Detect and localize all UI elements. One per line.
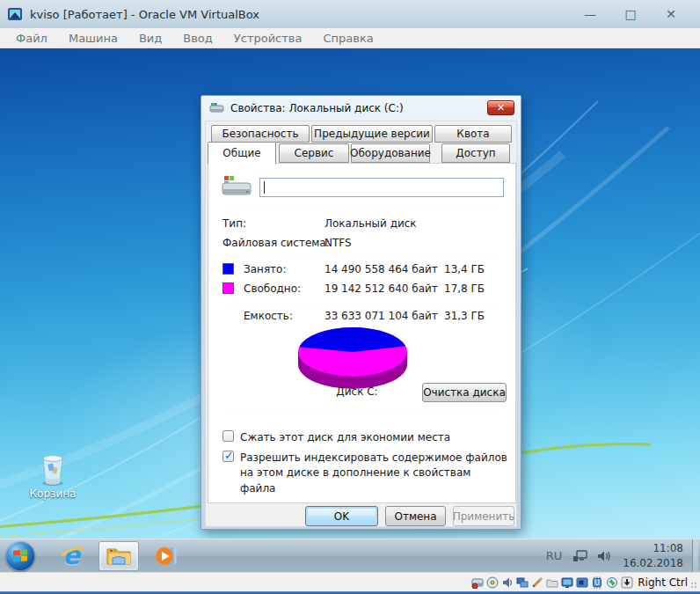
system-tray: RU 11:08 16.0: [546, 539, 700, 572]
used-color-swatch: [222, 263, 234, 275]
window-titlebar[interactable]: kviso [Работает] - Oracle VM VirtualBox …: [0, 0, 700, 28]
clock-time: 11:08: [623, 541, 683, 555]
close-icon[interactable]: ✕: [651, 0, 691, 28]
virtualbox-logo-icon: [7, 7, 23, 21]
tray-clock[interactable]: 11:08 16.02.2018: [623, 541, 683, 569]
used-label: Занято:: [244, 263, 287, 275]
type-value: Локальный диск: [324, 217, 417, 230]
menu-machine[interactable]: Машина: [58, 32, 128, 45]
dialog-close-icon[interactable]: ✕: [487, 100, 514, 115]
compress-disk-checkbox[interactable]: Сжать этот диск для экономии места: [222, 430, 450, 445]
dialog-titlebar[interactable]: Свойства: Локальный диск (C:): [201, 96, 521, 120]
start-button[interactable]: [5, 541, 35, 571]
show-desktop-button[interactable]: [692, 539, 698, 572]
text-caret: [264, 181, 265, 194]
optical-drives-icon[interactable]: [486, 576, 499, 589]
drive-small-icon: [209, 102, 224, 114]
disk-properties-dialog: Свойства: Локальный диск (C:) ✕ Безопасн…: [201, 95, 521, 530]
network-icon[interactable]: [572, 549, 588, 563]
cancel-button[interactable]: Отмена: [385, 506, 446, 526]
menu-input[interactable]: Ввод: [172, 32, 223, 45]
minimize-icon[interactable]: —: [570, 0, 610, 28]
separator: [221, 256, 505, 257]
filesystem-label: Файловая система:: [222, 237, 330, 249]
tab-tools[interactable]: Сервис: [279, 143, 349, 163]
tab-security[interactable]: Безопасность: [211, 125, 310, 143]
apply-button[interactable]: Применить: [453, 506, 514, 526]
menu-file[interactable]: Файл: [5, 32, 58, 45]
drive-icon: [221, 174, 252, 201]
taskbar-internet-explorer[interactable]: e: [51, 541, 91, 571]
tab-previous-versions[interactable]: Предыдущие версии: [311, 125, 433, 143]
host-key-label: Right Ctrl: [638, 576, 688, 589]
vbox-statusbar: U Right Ctrl: [0, 572, 700, 591]
display-icon[interactable]: [561, 576, 573, 589]
svg-text:U: U: [594, 579, 600, 587]
tab-general[interactable]: Общие: [208, 142, 276, 164]
filesystem-value: NTFS: [324, 237, 352, 249]
tab-hardware[interactable]: Оборудование: [351, 143, 430, 163]
used-size: 13,4 ГБ: [444, 263, 485, 275]
checkbox-box[interactable]: [222, 430, 234, 442]
usb-icon[interactable]: [531, 576, 543, 589]
separator: [221, 208, 505, 209]
checkbox-box[interactable]: [222, 451, 234, 462]
taskbar: e RU: [0, 539, 700, 572]
free-size: 17,8 ГБ: [444, 282, 485, 295]
media-player-icon: [154, 544, 179, 568]
capacity-size: 31,3 ГБ: [444, 310, 485, 322]
type-label: Тип:: [222, 217, 246, 230]
mouse-integration-icon[interactable]: [606, 576, 618, 589]
used-bytes: 14 490 558 464 байт: [324, 263, 438, 275]
free-label: Свободно:: [244, 282, 301, 295]
windows-flag-icon: [13, 549, 27, 561]
volume-icon[interactable]: [597, 549, 612, 563]
keyboard-capture-icon[interactable]: [621, 576, 633, 589]
disk-cleanup-button[interactable]: Очистка диска: [422, 383, 507, 402]
free-color-swatch: [222, 282, 234, 294]
tab-quota[interactable]: Квота: [434, 125, 512, 143]
audio-icon[interactable]: [501, 576, 514, 589]
disk-usage-pie-chart: [282, 320, 432, 391]
tab-sharing[interactable]: Доступ: [441, 143, 510, 163]
recycle-bin[interactable]: Корзина: [19, 451, 86, 500]
features-icon[interactable]: U: [591, 576, 603, 589]
index-contents-label: Разрешить индексировать содержимое файло…: [240, 451, 508, 496]
pie-chart-caption: Диск C:: [282, 385, 432, 398]
ok-button[interactable]: OK: [305, 506, 378, 526]
free-bytes: 19 142 512 640 байт: [324, 282, 438, 295]
vm-screen: Корзина Свойства: Локальный диск (C:) ✕: [0, 48, 700, 572]
network-icon[interactable]: [516, 576, 529, 589]
windows-desktop[interactable]: Корзина Свойства: Локальный диск (C:) ✕: [0, 48, 700, 539]
internet-explorer-icon: e: [62, 543, 80, 568]
maximize-icon[interactable]: □: [610, 0, 651, 28]
dialog-body: Безопасность Предыдущие версии Квота Общ…: [205, 121, 517, 527]
window-title: kviso [Работает] - Oracle VM VirtualBox: [30, 8, 259, 21]
resize-grip[interactable]: [691, 583, 698, 590]
separator: [221, 303, 505, 304]
menu-help[interactable]: Справка: [312, 32, 383, 45]
compress-disk-label: Сжать этот диск для экономии места: [240, 430, 450, 445]
volume-label-input[interactable]: [259, 178, 504, 197]
taskbar-windows-explorer[interactable]: [98, 541, 139, 571]
menu-devices[interactable]: Устройства: [223, 32, 313, 45]
menu-view[interactable]: Вид: [128, 32, 172, 45]
dialog-title: Свойства: Локальный диск (C:): [230, 102, 404, 114]
menubar: Файл Машина Вид Ввод Устройства Справка: [0, 28, 700, 48]
taskbar-media-player[interactable]: [146, 541, 186, 571]
hard-disks-icon[interactable]: [471, 576, 484, 589]
separator: [221, 408, 505, 409]
index-contents-checkbox[interactable]: Разрешить индексировать содержимое файло…: [222, 451, 508, 496]
explorer-folder-icon: [106, 545, 132, 568]
recycle-bin-label: Корзина: [19, 488, 86, 500]
clock-date: 16.02.2018: [623, 556, 683, 570]
shared-folders-icon[interactable]: [546, 576, 558, 589]
general-tab-page: Тип: Локальный диск Файловая система: NT…: [208, 163, 516, 503]
virtualbox-window: kviso [Работает] - Oracle VM VirtualBox …: [0, 0, 700, 594]
recording-icon[interactable]: [576, 576, 588, 589]
language-indicator[interactable]: RU: [546, 549, 563, 562]
recycle-bin-icon: [38, 451, 68, 487]
